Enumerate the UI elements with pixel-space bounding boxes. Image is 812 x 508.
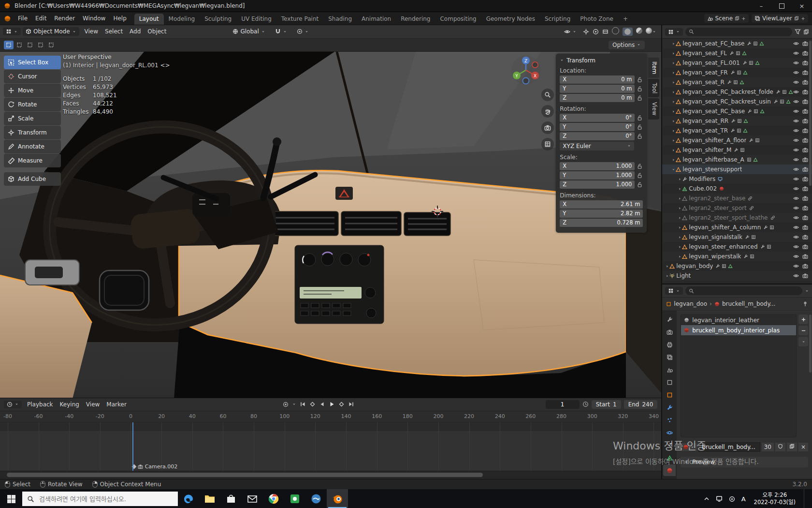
expander-icon[interactable] [678,216,682,220]
hide-viewport-icon[interactable] [793,108,799,114]
xray-toggle[interactable] [602,29,609,35]
tool-cursor[interactable]: Cursor [4,70,61,83]
expander-icon[interactable] [671,158,676,162]
value-slider[interactable]: Y1.000 [560,171,635,179]
breadcrumb-object[interactable]: legvan_doo [674,300,707,307]
auto-key-toggle[interactable] [283,402,289,407]
slot-specials-button[interactable] [798,337,808,346]
expander-icon[interactable] [671,80,676,85]
outliner-item[interactable]: legvan_seat_FC_base [662,39,812,48]
breadcrumb-material[interactable]: bruckell_m_body... [722,300,775,307]
play-reverse-button[interactable] [319,401,325,407]
disable-render-icon[interactable] [802,195,808,201]
lock-icon[interactable] [637,133,643,139]
tray-display-icon[interactable] [716,495,723,502]
outliner-search[interactable] [685,28,792,36]
proportional-edit-toggle[interactable] [294,28,312,35]
tool-transform[interactable]: Transform [4,126,61,139]
value-slider[interactable]: X2.61 m [560,200,643,209]
select-mode-invert[interactable] [36,41,45,49]
preview-panel-header[interactable]: Preview [681,457,808,467]
expander-icon[interactable] [678,225,682,230]
expander-icon[interactable] [671,129,676,133]
disable-render-icon[interactable] [802,273,808,279]
properties-tab-material[interactable] [663,464,676,476]
menu-window[interactable]: Window [79,15,109,22]
disable-render-icon[interactable] [802,215,808,221]
shading-rendered-button[interactable] [646,28,656,35]
viewport-menu-select[interactable]: Select [102,28,126,35]
outliner-item[interactable]: Modifiers [662,174,812,184]
snap-toggle[interactable] [272,28,290,35]
disable-render-icon[interactable] [802,108,808,114]
value-slider[interactable]: Z0 m [560,94,635,102]
material-name-field[interactable]: bruckell_m_body... [698,442,760,452]
properties-editor-type-button[interactable] [665,287,683,295]
jump-to-start-button[interactable] [300,401,306,407]
hide-viewport-icon[interactable] [793,70,799,75]
outliner-item[interactable]: legvan_steersupport [662,164,812,174]
expander-icon[interactable] [671,71,676,75]
outliner-item[interactable]: legvan_shifter_A_column [662,223,812,232]
properties-scrollbar[interactable] [809,314,812,373]
workspace-tab-geometry-nodes[interactable]: Geometry Nodes [481,14,540,25]
show-overlays-toggle[interactable] [593,29,599,35]
value-slider[interactable]: Z0° [560,132,635,140]
value-slider[interactable]: Y0 m [560,85,635,93]
properties-tab-view-layer[interactable] [663,351,676,363]
outliner-item[interactable]: legvan_seat_RR [662,116,812,126]
options-dropdown[interactable]: Options [609,41,645,49]
timeline-menu-view[interactable]: View [83,401,103,408]
outliner-item[interactable]: legvan_seat_RC_backrest_usin [662,97,812,106]
camera-view-icon[interactable] [541,121,554,134]
users-count-button[interactable]: 30 [762,443,774,451]
workspace-tab-scripting[interactable]: Scripting [540,14,575,25]
workspace-tab-shading[interactable]: Shading [323,14,357,25]
zoom-icon[interactable] [541,89,554,101]
disable-render-icon[interactable] [802,79,808,85]
expander-icon[interactable] [671,148,676,152]
select-mode-intersect[interactable] [46,41,56,49]
hide-viewport-icon[interactable] [793,147,799,153]
menu-edit[interactable]: Edit [31,15,50,22]
unlink-button[interactable]: × [798,443,808,451]
pin-icon[interactable] [802,301,808,307]
taskbar-app-edge[interactable] [178,489,199,508]
disable-render-icon[interactable] [802,224,808,230]
outliner-item[interactable]: legvan_body [662,261,812,271]
lock-icon[interactable] [637,181,643,188]
lock-icon[interactable] [637,163,643,169]
expander-icon[interactable] [671,138,676,143]
disable-render-icon[interactable] [802,128,808,134]
select-mode-set[interactable] [4,41,14,49]
properties-tab-object-data[interactable] [663,452,676,463]
disable-render-icon[interactable] [802,41,808,46]
hide-viewport-icon[interactable] [793,79,799,85]
hide-viewport-icon[interactable] [793,205,799,211]
outliner-item[interactable]: legvan_steer_enhanced [662,242,812,252]
value-slider[interactable]: Z0.728 m [560,219,643,227]
tool-measure[interactable]: Measure [4,154,61,167]
expander-icon[interactable] [678,196,682,201]
timeline-ruler[interactable]: -80-60-40-200204060801001201401601802002… [0,411,661,422]
filter-icon[interactable] [795,29,801,35]
menu-render[interactable]: Render [50,15,79,22]
outliner-item[interactable]: legvan_seat_RC_base [662,106,812,116]
expander-icon[interactable] [678,245,682,249]
disable-render-icon[interactable] [802,70,808,75]
outliner-item[interactable]: legran2_steer_sport [662,203,812,213]
disable-render-icon[interactable] [802,157,808,163]
mode-dropdown[interactable]: Object Mode [23,27,79,36]
outliner-item[interactable]: legvan_signalstalk [662,232,812,242]
value-slider[interactable]: Y0° [560,123,635,131]
editor-type-button[interactable] [3,28,21,35]
properties-tab-particles[interactable] [663,414,676,426]
select-mode-extend[interactable] [14,41,24,49]
hide-viewport-icon[interactable] [793,273,799,279]
properties-tab-constraints[interactable] [663,439,676,451]
disable-render-icon[interactable] [802,147,808,153]
material-slot[interactable]: bruckell_m_body_interior_plas [681,325,796,335]
outliner-item[interactable]: Cube.002 [662,184,812,194]
hide-viewport-icon[interactable] [793,157,799,163]
sidebar-tab-view[interactable]: View [648,98,659,119]
